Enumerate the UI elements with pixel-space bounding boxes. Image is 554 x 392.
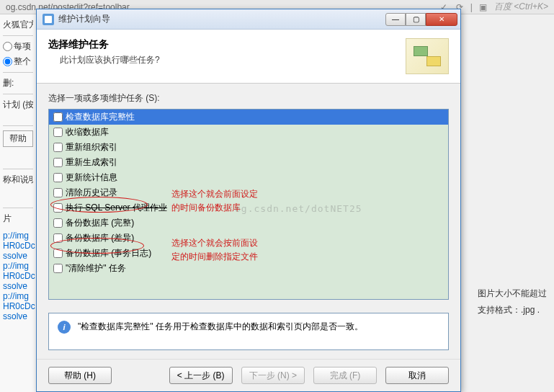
next-button[interactable]: 下一步 (N) > [241, 367, 305, 384]
hint-format: 支持格式：.jpg . [478, 304, 551, 316]
maximize-button[interactable]: ▢ [406, 13, 426, 26]
info-box: i "检查数据库完整性" 任务用于检查数据库中的数据和索引页内部是否一致。 [48, 313, 449, 350]
info-icon: i [58, 321, 71, 334]
header-illustration-icon [406, 38, 449, 74]
back-button[interactable]: < 上一步 (B) [169, 367, 233, 384]
label-help[interactable]: 帮助 [3, 130, 33, 147]
baidu-icon: ▣ [478, 2, 488, 12]
task-backup-diff[interactable]: 备份数据库 (差异) [49, 231, 448, 246]
task-check-integrity[interactable]: 检查数据库完整性 [49, 110, 448, 125]
hint-size: 图片大小不能超过 [478, 288, 551, 300]
label-pic: 片 [3, 213, 33, 225]
task-shrink-db[interactable]: 收缩数据库 [49, 125, 448, 140]
info-text: "检查数据库完整性" 任务用于检查数据库中的数据和索引页内部是否一致。 [78, 321, 363, 333]
minimize-button[interactable]: — [385, 13, 406, 26]
header-subtitle: 此计划应该执行哪些任务? [48, 54, 406, 66]
button-row: 帮助 (H) < 上一步 (B) 下一步 (N) > 完成 (F) 取消 [37, 359, 460, 391]
search-placeholder[interactable]: 百度 <Ctrl+K> [494, 1, 548, 13]
task-update-stats[interactable]: 更新统计信息 [49, 170, 448, 185]
app-icon [43, 14, 54, 25]
instruction-label: 选择一项或多项维护任务 (S): [48, 92, 449, 104]
task-reorganize-index[interactable]: 重新组织索引 [49, 140, 448, 155]
header-title: 选择维护任务 [48, 38, 406, 51]
label-delete: 删: [3, 77, 33, 89]
task-sql-agent-job[interactable]: 执行 SQL Server 代理作业 [49, 200, 448, 215]
task-backup-full[interactable]: 备份数据库 (完整) [49, 215, 448, 231]
finish-button[interactable]: 完成 (F) [313, 367, 377, 384]
dialog-title: 维护计划向导 [58, 13, 385, 25]
label-plan: 计划 (按 [3, 99, 33, 111]
url-list: p://imgHR0cDcssolve p://imgHR0cDcssolve … [3, 231, 33, 321]
close-button[interactable]: ✕ [426, 13, 457, 26]
task-rebuild-index[interactable]: 重新生成索引 [49, 155, 448, 170]
radio-whole[interactable]: 整个 [3, 55, 33, 68]
right-hint-panel: 图片大小不能超过 支持格式：.jpg . [475, 285, 554, 319]
radio-each[interactable]: 每项 [3, 40, 33, 53]
left-background-panel: 火狐官方 每项 整个 删: 计划 (按 帮助 称和说明 片 p://imgHR0… [0, 14, 36, 392]
titlebar[interactable]: 维护计划向导 — ▢ ✕ [37, 9, 460, 30]
task-backup-log[interactable]: 备份数据库 (事务日志) [49, 246, 448, 261]
task-cleanup-maintenance[interactable]: "清除维护" 任务 [49, 261, 448, 276]
separator: | [470, 2, 473, 12]
task-listbox[interactable]: 检查数据库完整性 收缩数据库 重新组织索引 重新生成索引 更新统计信息 清除历史… [48, 109, 449, 300]
tab-label: 火狐官方 [3, 19, 33, 31]
cancel-button[interactable]: 取消 [385, 367, 449, 384]
label-name: 称和说明 [3, 174, 33, 186]
wizard-header: 选择维护任务 此计划应该执行哪些任务? [37, 30, 460, 84]
task-cleanup-history[interactable]: 清除历史记录 [49, 185, 448, 200]
wizard-dialog: 维护计划向导 — ▢ ✕ 选择维护任务 此计划应该执行哪些任务? 选择一项或多项… [36, 9, 461, 392]
wizard-body: 选择一项或多项维护任务 (S): 检查数据库完整性 收缩数据库 重新组织索引 重… [37, 84, 460, 359]
help-button[interactable]: 帮助 (H) [48, 367, 112, 384]
